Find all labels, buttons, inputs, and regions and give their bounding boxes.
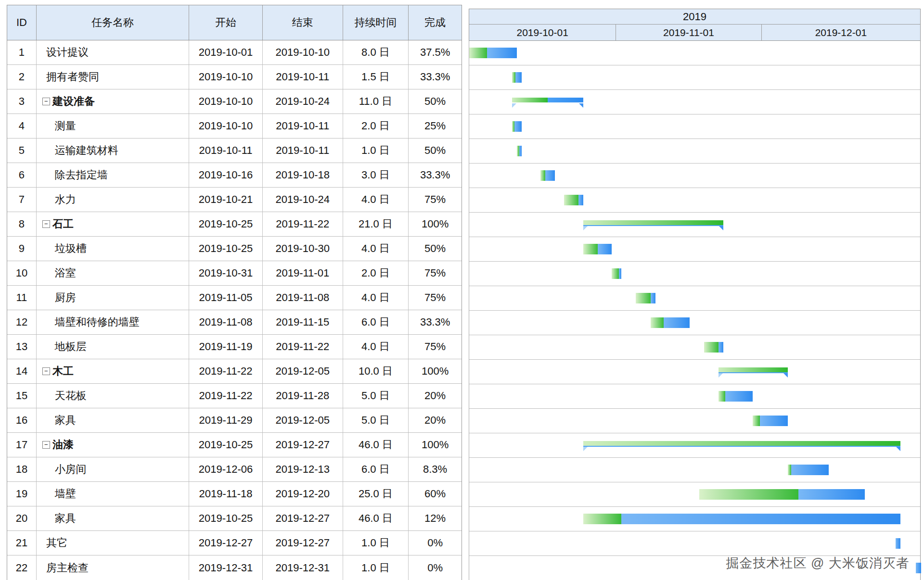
cell-task-id: 2 — [7, 65, 37, 89]
month-header: 2019-12-01 — [762, 25, 920, 40]
task-remaining-fill — [621, 514, 900, 524]
summary-bar[interactable] — [512, 98, 583, 108]
cell-task-name: 除去指定墙 — [37, 163, 189, 187]
cell-complete-text: 100% — [422, 218, 449, 230]
cell-start-date-text: 2019-11-18 — [199, 488, 253, 500]
timeline-month-row: 2019-10-012019-11-012019-12-01 — [469, 25, 920, 40]
cell-duration: 5.0 日 — [343, 384, 409, 408]
summary-bar[interactable] — [583, 441, 900, 451]
cell-task-name: 设计提议 — [37, 40, 189, 64]
cell-complete-text: 50% — [424, 95, 446, 108]
summary-bar[interactable] — [719, 367, 788, 378]
task-bar[interactable] — [583, 244, 612, 254]
cell-complete: 12% — [409, 506, 462, 530]
cell-end-date-text: 2019-12-27 — [275, 512, 330, 525]
task-bar[interactable] — [512, 121, 522, 132]
summary-wing-right — [783, 373, 788, 378]
task-bar[interactable] — [636, 293, 655, 303]
task-bar[interactable] — [583, 514, 900, 524]
table-row: 6除去指定墙2019-10-162019-10-183.0 日33.3% — [7, 163, 462, 188]
task-name-text: 房主检查 — [46, 561, 89, 575]
cell-task-id: 6 — [7, 163, 37, 187]
summary-wing-left — [583, 447, 588, 451]
cell-end-date-text: 2019-11-22 — [276, 340, 329, 353]
cell-end-date: 2019-12-05 — [263, 408, 343, 432]
task-bar[interactable] — [704, 342, 723, 353]
cell-start-date: 2019-10-31 — [189, 261, 263, 285]
cell-start-date: 2019-10-01 — [189, 40, 263, 64]
gantt-row — [469, 139, 920, 164]
collapse-icon[interactable]: − — [42, 367, 50, 375]
cell-task-id: 3 — [7, 89, 37, 113]
cell-task-id: 10 — [7, 261, 37, 285]
cell-duration: 1.0 日 — [343, 139, 409, 163]
task-remaining-fill — [791, 465, 829, 475]
cell-duration: 46.0 日 — [343, 506, 409, 530]
task-bar[interactable] — [517, 146, 522, 156]
cell-start-date: 2019-11-05 — [189, 286, 263, 310]
task-complete-fill — [583, 514, 621, 524]
task-name-text: 除去指定墙 — [55, 168, 108, 182]
task-bar[interactable] — [719, 391, 753, 402]
cell-start-date: 2019-10-25 — [189, 237, 263, 261]
cell-duration: 1.5 日 — [343, 65, 409, 89]
cell-task-id-text: 6 — [19, 169, 25, 181]
cell-complete-text: 75% — [424, 193, 446, 206]
summary-complete-fill — [719, 367, 788, 372]
summary-complete-fill — [512, 98, 548, 102]
task-name-text: 运输建筑材料 — [55, 143, 118, 158]
task-name-text: 墙壁和待修的墙壁 — [55, 315, 140, 329]
table-row: 4测量2019-10-102019-10-112.0 日25% — [7, 114, 462, 139]
task-bar[interactable] — [896, 538, 900, 549]
table-row: 16家具2019-11-292019-12-055.0 日20% — [7, 408, 462, 433]
cell-complete-text: 20% — [424, 414, 446, 427]
month-header: 2019-10-01 — [469, 25, 616, 40]
task-bar[interactable] — [699, 489, 865, 500]
collapse-icon[interactable]: − — [42, 220, 50, 228]
task-bar[interactable] — [564, 195, 583, 205]
task-bar[interactable] — [651, 317, 690, 328]
cell-start-date: 2019-10-25 — [189, 433, 263, 457]
gantt-row — [469, 213, 920, 237]
task-bar[interactable] — [469, 48, 517, 58]
cell-start-date: 2019-12-31 — [189, 555, 263, 580]
cell-duration-text: 10.0 日 — [359, 364, 393, 378]
cell-complete-text: 12% — [424, 512, 446, 525]
task-complete-fill — [612, 268, 619, 279]
cell-duration-text: 1.0 日 — [361, 143, 390, 158]
summary-bar[interactable] — [583, 220, 723, 230]
cell-end-date: 2019-10-24 — [263, 89, 343, 113]
task-remaining-fill — [619, 268, 621, 279]
cell-task-id: 9 — [7, 237, 37, 261]
task-remaining-fill — [514, 121, 522, 132]
collapse-icon[interactable]: − — [42, 98, 50, 105]
task-bar[interactable] — [788, 465, 829, 475]
cell-duration-text: 46.0 日 — [359, 438, 393, 452]
cell-task-id-text: 19 — [16, 488, 27, 500]
cell-start-date: 2019-11-08 — [189, 310, 263, 334]
cell-task-id: 19 — [7, 482, 37, 506]
cell-task-id: 7 — [7, 188, 37, 212]
summary-baseline — [583, 225, 723, 226]
cell-complete: 60% — [409, 482, 462, 506]
gantt-row — [469, 114, 920, 139]
cell-task-name: 房主检查 — [37, 555, 189, 580]
timeline-header: 2019 2019-10-012019-11-012019-12-01 — [469, 9, 921, 41]
task-name-text: 拥有者赞同 — [46, 70, 99, 84]
column-header-id: ID — [7, 5, 37, 40]
task-bar[interactable] — [540, 170, 555, 181]
cell-task-name: 测量 — [37, 114, 189, 138]
cell-start-date-text: 2019-12-27 — [199, 537, 253, 549]
cell-complete-text: 33.3% — [420, 71, 450, 83]
task-bar[interactable] — [612, 268, 621, 279]
cell-duration: 10.0 日 — [343, 359, 409, 383]
cell-duration: 2.0 日 — [343, 114, 409, 138]
cell-duration: 3.0 日 — [343, 163, 409, 187]
cell-duration-text: 3.0 日 — [361, 168, 390, 182]
task-bar[interactable] — [512, 72, 522, 83]
gantt-body — [469, 41, 921, 580]
month-header: 2019-11-01 — [616, 25, 761, 40]
task-bar[interactable] — [916, 563, 921, 573]
task-bar[interactable] — [753, 416, 788, 426]
collapse-icon[interactable]: − — [42, 441, 50, 449]
